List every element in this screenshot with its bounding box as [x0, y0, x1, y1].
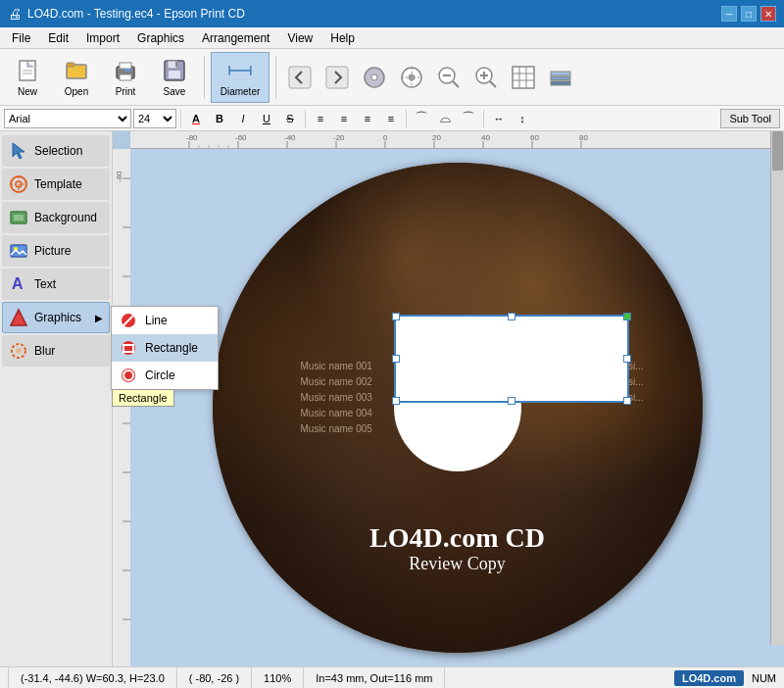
menu-graphics[interactable]: Graphics: [129, 29, 192, 47]
fmt-sep-2: [305, 110, 306, 127]
print-label: Print: [116, 86, 136, 97]
text-path-btn3[interactable]: ⌒: [458, 109, 479, 128]
align-left-button[interactable]: ≡: [310, 109, 331, 128]
track-4: Music name 004: [301, 406, 372, 421]
menu-edit[interactable]: Edit: [40, 29, 76, 47]
open-icon: [63, 57, 90, 84]
subtool-button[interactable]: Sub Tool: [720, 109, 780, 128]
align-center-button[interactable]: ≡: [333, 109, 355, 128]
forward-icon: [323, 64, 351, 91]
handle-midleft[interactable]: [392, 355, 400, 363]
cd-view-icon: [361, 64, 388, 91]
zoom-out-button[interactable]: [431, 52, 466, 103]
text-path-btn2[interactable]: ⌓: [434, 109, 456, 128]
forward-button[interactable]: [319, 52, 355, 103]
selection-tool-button[interactable]: Selection: [2, 135, 110, 167]
italic-button[interactable]: I: [232, 109, 254, 128]
font-family-select[interactable]: Arial: [4, 109, 131, 128]
blur-label: Blur: [34, 344, 55, 358]
text-color-button[interactable]: A: [185, 109, 207, 128]
new-button[interactable]: New: [4, 52, 51, 103]
text-spacing-btn1[interactable]: ↔: [488, 109, 510, 128]
circle-label: Circle: [145, 369, 175, 382]
scrollbar-thumb[interactable]: [772, 131, 783, 171]
fit-button[interactable]: [394, 52, 429, 103]
save-button[interactable]: Save: [151, 52, 198, 103]
picture-tool-button[interactable]: Picture: [2, 235, 110, 267]
status-position: ( -80, -26 ): [177, 667, 252, 688]
status-dimensions: In=43 mm, Out=116 mm: [304, 667, 445, 688]
template-tool-button[interactable]: Template: [2, 169, 110, 200]
print-button[interactable]: Print: [102, 52, 149, 103]
maximize-button[interactable]: □: [741, 6, 757, 22]
handle-topmid[interactable]: [508, 313, 515, 320]
underline-button[interactable]: U: [256, 109, 277, 128]
graphics-submenu: Line Rectangle Circle Rectangle: [111, 306, 219, 390]
handle-botright[interactable]: [623, 397, 631, 405]
cd-tracklist-left: Music name 001 Music name 002 Music name…: [301, 359, 372, 437]
svg-rect-36: [551, 72, 570, 75]
svg-text:20: 20: [432, 133, 441, 142]
font-size-select[interactable]: 24: [133, 109, 176, 128]
back-icon: [286, 64, 314, 91]
vertical-scrollbar[interactable]: [770, 131, 784, 645]
text-spacing-btn2[interactable]: ↕: [512, 109, 533, 128]
fmt-sep-3: [406, 110, 407, 127]
new-label: New: [18, 86, 37, 97]
graphics-tool-button[interactable]: Graphics ▶: [2, 302, 110, 333]
svg-text:60: 60: [530, 133, 539, 142]
rectangle-submenu-item[interactable]: Rectangle: [112, 334, 218, 362]
background-tool-button[interactable]: Background: [2, 202, 110, 233]
svg-rect-7: [120, 74, 131, 80]
menu-view[interactable]: View: [279, 29, 320, 47]
blur-icon: [9, 341, 28, 361]
status-zoom: 110%: [252, 667, 304, 688]
align-right-button[interactable]: ≡: [357, 109, 378, 128]
grid-icon: [510, 64, 537, 91]
ruler-top-marks: -80 -60 -40 -20 0 20 40 60 80: [130, 131, 784, 149]
svg-rect-46: [11, 245, 26, 257]
bold-button[interactable]: B: [209, 109, 230, 128]
handle-botmid[interactable]: [508, 397, 515, 405]
strikethrough-button[interactable]: S: [279, 109, 301, 128]
canvas-area: -80 -60 -40 -20 0 20 40 60 80: [113, 131, 784, 666]
back-button[interactable]: [282, 52, 318, 103]
blur-tool-button[interactable]: Blur: [2, 335, 110, 367]
open-button[interactable]: Open: [53, 52, 100, 103]
minimize-button[interactable]: ─: [721, 6, 737, 22]
circle-submenu-item[interactable]: Circle: [112, 362, 218, 389]
svg-text:-60: -60: [235, 133, 247, 142]
cd-view-button[interactable]: [357, 52, 392, 103]
line-submenu-item[interactable]: Line: [112, 307, 218, 334]
svg-text:80: 80: [579, 133, 588, 142]
handle-botleft[interactable]: [392, 397, 400, 405]
handle-topleft[interactable]: [392, 313, 400, 320]
cd-title: LO4D.com CD: [369, 522, 545, 554]
zoom-in-button[interactable]: [468, 52, 504, 103]
handle-midright[interactable]: [623, 355, 631, 363]
menu-help[interactable]: Help: [322, 29, 363, 47]
text-path-btn1[interactable]: ⌒: [411, 109, 432, 128]
diameter-button[interactable]: Diameter: [211, 52, 270, 103]
grid-button[interactable]: [506, 52, 541, 103]
svg-rect-17: [326, 67, 348, 88]
selection-box[interactable]: [394, 315, 629, 403]
menu-import[interactable]: Import: [78, 29, 127, 47]
titlebar: 🖨 LO4D.com - Testing.ec4 - Epson Print C…: [0, 0, 784, 27]
handle-topright[interactable]: [623, 313, 631, 320]
cd-canvas[interactable]: Music name 001 Music name 002 Music name…: [130, 149, 784, 666]
circle-icon: [120, 367, 137, 384]
svg-line-26: [453, 81, 459, 87]
graphics-arrow: ▶: [95, 313, 103, 323]
close-button[interactable]: ✕: [760, 6, 776, 22]
selection-label: Selection: [34, 144, 82, 158]
text-tool-button[interactable]: A Text: [2, 269, 110, 300]
cd-text-bottom: LO4D.com CD Review Copy: [369, 522, 545, 574]
svg-text:A: A: [12, 275, 24, 292]
layers-button[interactable]: [543, 52, 578, 103]
menubar: File Edit Import Graphics Arrangement Vi…: [0, 27, 784, 49]
fmt-sep-1: [180, 110, 181, 127]
menu-arrangement[interactable]: Arrangement: [194, 29, 277, 47]
align-justify-button[interactable]: ≡: [380, 109, 402, 128]
menu-file[interactable]: File: [4, 29, 38, 47]
